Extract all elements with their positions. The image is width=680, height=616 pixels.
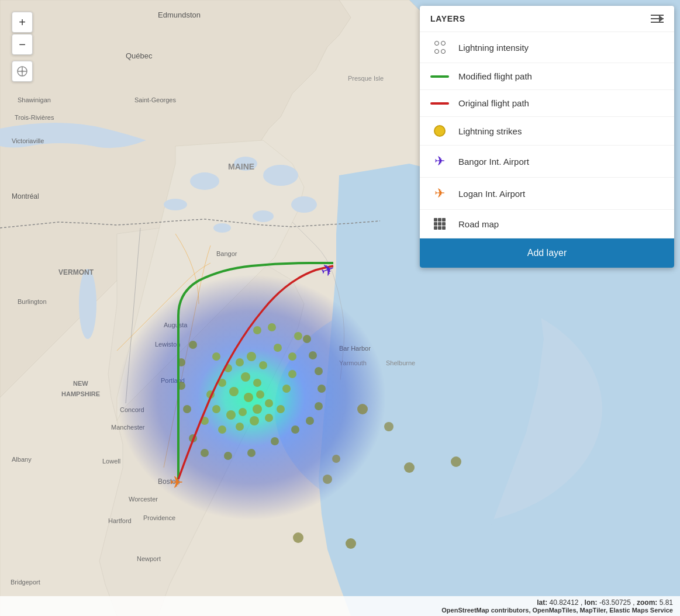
- svg-point-10: [263, 165, 298, 186]
- svg-point-58: [212, 405, 220, 413]
- svg-point-71: [288, 352, 296, 361]
- add-layer-button[interactable]: Add layer: [420, 238, 674, 268]
- svg-text:Montréal: Montréal: [12, 192, 39, 200]
- zoom-in-button[interactable]: +: [12, 12, 33, 33]
- svg-point-59: [226, 410, 236, 420]
- svg-point-98: [293, 532, 303, 543]
- svg-point-66: [250, 416, 259, 425]
- layer-label-lightning-intensity: Lightning intensity: [458, 43, 529, 53]
- svg-point-54: [229, 387, 239, 396]
- lat-value: 40.82412: [549, 598, 578, 607]
- svg-text:Burlington: Burlington: [18, 298, 47, 305]
- layer-item-modified-flight-path: Modified flight path: [420, 63, 674, 90]
- svg-text:✈: ✈: [170, 473, 183, 492]
- svg-point-82: [224, 452, 232, 460]
- svg-point-90: [309, 351, 317, 359]
- svg-point-81: [201, 449, 209, 457]
- svg-text:Shawinigan: Shawinigan: [18, 96, 51, 103]
- svg-point-50: [259, 361, 267, 369]
- original-path-icon: [430, 102, 449, 105]
- status-bar: lat: 40.82412 , lon: -63.50725 , zoom: 5…: [0, 596, 680, 616]
- map-container[interactable]: Edmundston Québec Shawinigan Trois-Riviè…: [0, 0, 680, 616]
- modified-path-icon: [430, 75, 449, 78]
- svg-point-7: [79, 269, 96, 339]
- svg-point-97: [346, 538, 356, 549]
- svg-point-92: [357, 404, 368, 414]
- svg-text:Québec: Québec: [126, 51, 153, 60]
- zoom-value: 5.81: [660, 598, 673, 607]
- zoom-controls: + −: [12, 12, 33, 82]
- svg-point-83: [247, 449, 256, 457]
- svg-point-96: [332, 455, 340, 463]
- svg-text:Providence: Providence: [143, 514, 175, 521]
- svg-point-73: [294, 332, 302, 340]
- svg-point-62: [265, 399, 273, 407]
- svg-point-99: [451, 456, 461, 467]
- svg-point-95: [323, 475, 332, 484]
- svg-point-46: [212, 352, 220, 361]
- layers-header: LAYERS: [420, 6, 674, 32]
- svg-point-76: [189, 341, 197, 349]
- layer-label-original-flight-path: Original flight path: [458, 98, 529, 108]
- svg-point-75: [253, 326, 261, 334]
- svg-point-13: [213, 223, 231, 233]
- svg-text:Trois-Rivières: Trois-Rivières: [15, 114, 54, 121]
- bangor-airport-icon: ✈: [430, 154, 449, 169]
- svg-point-88: [317, 385, 326, 393]
- svg-point-67: [265, 414, 273, 422]
- svg-point-93: [384, 422, 393, 431]
- layer-item-original-flight-path: Original flight path: [420, 90, 674, 117]
- svg-point-8: [190, 172, 219, 190]
- layers-panel: LAYERS Lightning intensity: [420, 6, 674, 268]
- svg-point-56: [256, 390, 264, 399]
- layer-label-road-map: Road map: [458, 219, 499, 229]
- zoom-out-button[interactable]: −: [12, 34, 33, 55]
- svg-point-51: [241, 372, 250, 382]
- svg-text:Albany: Albany: [12, 456, 32, 463]
- svg-point-12: [253, 210, 274, 222]
- svg-text:MAINE: MAINE: [228, 162, 254, 171]
- svg-text:VERMONT: VERMONT: [58, 268, 94, 276]
- svg-point-72: [274, 344, 282, 352]
- svg-point-14: [164, 199, 187, 210]
- svg-text:Newport: Newport: [137, 555, 161, 562]
- svg-text:HAMPSHIRE: HAMPSHIRE: [61, 390, 100, 397]
- svg-point-68: [277, 405, 285, 413]
- lightning-intensity-icon: [430, 40, 449, 54]
- lat-label: lat:: [537, 598, 547, 607]
- layer-label-logan-airport: Logan Int. Airport: [458, 189, 525, 199]
- compass-button[interactable]: [12, 61, 33, 82]
- svg-point-60: [239, 408, 247, 416]
- svg-point-87: [315, 402, 323, 410]
- svg-point-61: [253, 404, 262, 414]
- svg-point-74: [268, 323, 276, 331]
- svg-text:Hartford: Hartford: [108, 517, 132, 524]
- road-map-icon: [430, 218, 449, 230]
- lon-value: -63.50725: [599, 598, 631, 607]
- svg-point-85: [291, 425, 299, 434]
- svg-point-49: [247, 352, 256, 361]
- svg-text:Victoriaville: Victoriaville: [12, 137, 44, 144]
- svg-text:Saint-Georges: Saint-Georges: [134, 96, 176, 103]
- svg-point-69: [282, 385, 291, 393]
- layers-title: LAYERS: [430, 14, 465, 23]
- svg-point-48: [236, 358, 244, 366]
- layer-item-lightning-strikes: Lightning strikes: [420, 117, 674, 146]
- svg-point-103: [21, 70, 23, 72]
- layer-label-bangor-airport: Bangor Int. Airport: [458, 157, 529, 167]
- svg-point-91: [303, 335, 311, 343]
- map-credits: OpenStreetMap contributors, OpenMapTiles…: [7, 607, 673, 614]
- layer-label-modified-flight-path: Modified flight path: [458, 71, 532, 81]
- svg-point-11: [291, 196, 317, 213]
- svg-text:Bridgeport: Bridgeport: [11, 579, 40, 586]
- svg-point-65: [236, 423, 244, 431]
- svg-text:Shelburne: Shelburne: [386, 359, 415, 366]
- layers-collapse-button[interactable]: [651, 14, 664, 23]
- svg-point-52: [253, 379, 261, 387]
- svg-point-70: [288, 370, 296, 378]
- svg-text:NEW: NEW: [73, 380, 88, 387]
- svg-point-94: [404, 462, 415, 473]
- coordinates-display: lat: 40.82412 , lon: -63.50725 , zoom: 5…: [7, 598, 673, 607]
- svg-text:Edmundston: Edmundston: [158, 11, 201, 19]
- layer-item-logan-airport: ✈ Logan Int. Airport: [420, 178, 674, 210]
